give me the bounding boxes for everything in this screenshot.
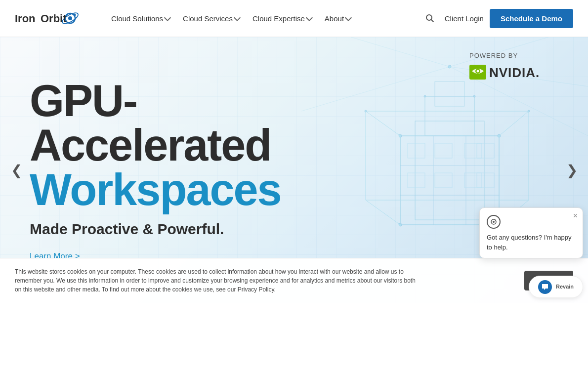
svg-rect-26 [464,143,482,158]
svg-rect-24 [408,143,425,158]
hero-title-gpu: GPU- [30,79,267,123]
svg-rect-30 [464,173,482,188]
svg-rect-31 [477,173,494,188]
svg-line-12 [366,111,400,136]
svg-point-48 [477,70,479,73]
svg-point-45 [473,95,475,97]
hero-content: GPU- Accelerated Workspaces Made Proacti… [0,79,296,261]
nvidia-logo: NVIDIA. [469,62,539,82]
svg-text:Iron: Iron [15,12,36,25]
svg-text:Orbit: Orbit [41,12,67,25]
svg-point-38 [399,134,402,137]
svg-line-13 [499,111,529,136]
svg-line-15 [366,200,400,225]
svg-point-51 [493,221,495,223]
svg-rect-25 [435,143,452,158]
svg-line-7 [431,20,433,22]
chat-message: Got any questions? I'm happy to help. [487,233,576,252]
revain-logo-label: Revain [556,284,574,289]
svg-rect-27 [477,143,494,158]
nav-item-cloud-solutions[interactable]: Cloud Solutions [106,10,175,27]
svg-rect-11 [435,82,464,106]
svg-rect-29 [435,173,452,188]
chevron-down-icon [345,14,352,21]
cookie-message: This website stores cookies on your comp… [15,267,420,294]
chat-camera-icon [487,215,501,229]
chevron-down-icon [234,14,241,21]
svg-point-40 [399,223,402,226]
hero-title-accelerated: Accelerated [30,123,267,167]
nav-links: Cloud Solutions Cloud Services Cloud Exp… [106,10,421,27]
svg-text:NVIDIA.: NVIDIA. [489,65,539,80]
nav-item-cloud-expertise[interactable]: Cloud Expertise [248,10,317,27]
search-icon[interactable] [421,9,439,27]
schedule-demo-button[interactable]: Schedule a Demo [490,9,573,28]
chat-widget-popup: × Got any questions? I'm happy to help. [479,207,583,258]
svg-rect-28 [408,173,425,188]
hero-section: POWERED BY NVIDIA. GPU- Accelerated Work… [0,37,588,303]
chevron-down-icon [306,14,313,21]
svg-point-52 [495,220,496,221]
carousel-next-button[interactable]: ❯ [563,161,581,179]
hero-subtitle: Made Proactive & Powerful. [30,221,267,238]
svg-point-44 [424,95,426,97]
svg-point-37 [448,65,451,68]
client-login-link[interactable]: Client Login [439,10,490,27]
logo[interactable]: Iron Orbit [15,7,91,30]
svg-point-1 [68,16,72,20]
chevron-down-icon [164,14,171,21]
nav-item-about[interactable]: About [320,10,356,27]
svg-line-36 [301,67,450,111]
chat-bubble-icon [538,280,552,294]
carousel-prev-button[interactable]: ❮ [7,161,25,179]
svg-point-2 [74,13,76,16]
navbar: Iron Orbit Cloud Solutions Cloud Service… [0,0,588,37]
chat-open-button[interactable]: Revain [529,276,583,298]
powered-by-label: POWERED BY [469,52,539,59]
cookie-banner: This website stores cookies on your comp… [0,258,588,303]
chat-close-button[interactable]: × [573,212,578,220]
svg-point-42 [365,110,367,112]
svg-point-39 [498,134,501,137]
hero-title-workspaces: Workspaces [30,167,267,212]
powered-by-section: POWERED BY NVIDIA. [469,52,539,82]
svg-point-43 [528,110,530,112]
svg-line-32 [351,37,450,67]
nav-item-cloud-services[interactable]: Cloud Services [178,10,245,27]
svg-rect-10 [425,96,474,136]
